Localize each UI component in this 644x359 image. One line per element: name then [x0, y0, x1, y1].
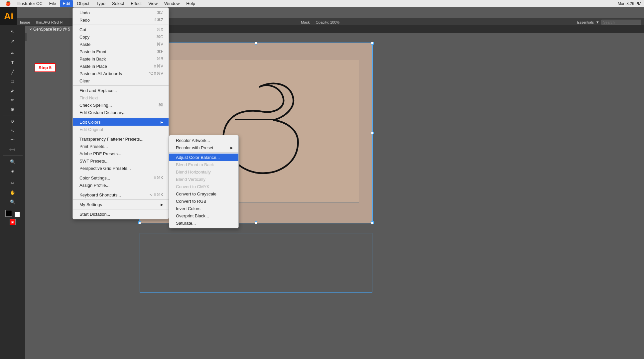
- handle-bottomright[interactable]: [371, 221, 374, 224]
- tool-zoom[interactable]: 🔍: [8, 197, 17, 206]
- tool-direct-selection[interactable]: ↗: [8, 37, 17, 45]
- fill-swatch[interactable]: [5, 210, 12, 217]
- menu-transparency-flattener[interactable]: Transparency Flattener Presets...: [73, 135, 169, 143]
- tool-warp[interactable]: 〜: [8, 136, 17, 144]
- menubar-edit[interactable]: Edit: [60, 0, 73, 7]
- submenu-adjust-color-balance[interactable]: Adjust Color Balance...: [169, 154, 238, 161]
- menubar-effect[interactable]: Effect: [128, 0, 144, 7]
- doc-image-tab[interactable]: Image: [20, 20, 30, 24]
- tool-pencil[interactable]: ✏: [8, 95, 17, 104]
- menubar-file[interactable]: File: [47, 0, 59, 7]
- menubar-select[interactable]: Select: [109, 0, 127, 7]
- menu-paste-in-front[interactable]: Paste in Front ⌘F: [73, 48, 169, 55]
- menubar-apple[interactable]: 🍎: [3, 0, 13, 7]
- handle-right[interactable]: [371, 132, 374, 134]
- tool-line[interactable]: ╱: [8, 67, 17, 76]
- menu-paste-on-artboards[interactable]: Paste on All Artboards ⌥⇧⌘V: [73, 70, 169, 77]
- menu-print-presets[interactable]: Print Presets...: [73, 143, 169, 150]
- mask-btn[interactable]: Mask: [301, 20, 310, 24]
- menu-edit-custom-dict[interactable]: Edit Custom Dictionary...: [73, 109, 169, 116]
- tool-blob-brush[interactable]: ◉: [8, 105, 17, 113]
- opacity-label: Opacity: 100%: [316, 20, 340, 24]
- tool-blend[interactable]: ◈: [8, 167, 17, 175]
- submenu-convert-to-cmyk[interactable]: Convert to CMYK: [169, 183, 238, 190]
- menu-my-settings-arrow: ▶: [161, 203, 163, 206]
- menu-keyboard-shortcuts[interactable]: Keyboard Shortcuts... ⌥⇧⌘K: [73, 191, 169, 198]
- menu-copy[interactable]: Copy ⌘C: [73, 33, 169, 41]
- submenu-convert-to-cmyk-label: Convert to CMYK: [176, 184, 209, 189]
- submenu-blend-vertically[interactable]: Blend Vertically: [169, 176, 238, 183]
- menu-clear-label: Clear: [79, 78, 90, 83]
- handle-bottomleft[interactable]: [138, 221, 141, 224]
- menu-print-presets-label: Print Presets...: [79, 144, 108, 149]
- menu-clear[interactable]: Clear: [73, 77, 169, 84]
- menubar-view[interactable]: View: [146, 0, 160, 7]
- menubar-object[interactable]: Object: [74, 0, 92, 7]
- menu-adobe-pdf-presets[interactable]: Adobe PDF Presets...: [73, 150, 169, 157]
- doc-tab[interactable]: ✕ GenSpaceTest3 @ 5: [25, 26, 74, 33]
- menu-edit-colors[interactable]: Edit Colors ▶: [73, 118, 169, 126]
- handle-topright[interactable]: [371, 42, 374, 45]
- menubar-time: Mon 3:26 PM: [618, 1, 641, 6]
- submenu-saturate[interactable]: Saturate...: [169, 219, 238, 227]
- app-logo: Ai: [0, 7, 17, 25]
- menu-assign-profile[interactable]: Assign Profile...: [73, 181, 169, 189]
- tool-selection[interactable]: ↖: [8, 27, 17, 36]
- doc-color-info: thin.JPG RGB Pi: [36, 20, 64, 24]
- submenu-recolor-with-preset[interactable]: Recolor with Preset ▶: [169, 144, 238, 151]
- menubar-illustrator[interactable]: Illustrator CC: [15, 0, 45, 7]
- tab-close-icon[interactable]: ✕: [29, 28, 32, 31]
- tool-text[interactable]: T: [8, 58, 17, 67]
- menu-sep-5: [73, 173, 169, 173]
- menu-check-spelling[interactable]: Check Spelling... ⌘I: [73, 101, 169, 109]
- menu-redo[interactable]: Redo ⇧⌘Z: [73, 16, 169, 24]
- menu-swf-presets[interactable]: SWF Presets...: [73, 157, 169, 165]
- tool-rect[interactable]: □: [8, 77, 17, 85]
- menu-paste[interactable]: Paste ⌘V: [73, 41, 169, 48]
- submenu-overprint-black[interactable]: Overprint Black...: [169, 212, 238, 219]
- menu-find-replace[interactable]: Find and Replace...: [73, 87, 169, 94]
- submenu-invert-colors[interactable]: Invert Colors: [169, 205, 238, 212]
- submenu-recolor-artwork[interactable]: Recolor Artwork...: [169, 137, 238, 144]
- menu-undo[interactable]: Undo ⌘Z: [73, 9, 169, 16]
- menubar-help[interactable]: Help: [184, 0, 198, 7]
- menu-sep-7: [73, 199, 169, 200]
- menubar-window[interactable]: Window: [162, 0, 182, 7]
- menu-start-dictation[interactable]: Start Dictation...: [73, 210, 169, 218]
- submenu-convert-to-grayscale[interactable]: Convert to Grayscale: [169, 190, 238, 197]
- menu-color-settings-shortcut: ⇧⌘K: [153, 176, 163, 180]
- tool-pen[interactable]: ✒: [8, 49, 17, 58]
- menubar-type[interactable]: Type: [93, 0, 108, 7]
- submenu-blend-vertically-label: Blend Vertically: [176, 177, 205, 182]
- menu-paste-shortcut: ⌘V: [157, 42, 163, 47]
- handle-top[interactable]: [255, 42, 257, 45]
- menu-check-spelling-label: Check Spelling...: [79, 103, 112, 108]
- menu-color-settings[interactable]: Color Settings... ⇧⌘K: [73, 174, 169, 181]
- menu-my-settings[interactable]: My Settings ▶: [73, 201, 169, 208]
- menu-paste-in-place[interactable]: Paste in Place ⇧⌘V: [73, 62, 169, 70]
- menu-paste-on-artboards-shortcut: ⌥⇧⌘V: [149, 71, 163, 76]
- tool-eyedropper[interactable]: 🔍: [8, 157, 17, 166]
- tool-hand[interactable]: ✋: [8, 188, 17, 197]
- essentials-dropdown-icon[interactable]: ▾: [596, 20, 599, 25]
- menu-keyboard-shortcuts-label: Keyboard Shortcuts...: [79, 192, 121, 197]
- submenu-blend-front-to-back[interactable]: Blend Front to Back: [169, 161, 238, 168]
- tool-paintbrush[interactable]: 🖌: [8, 86, 17, 95]
- menu-cut[interactable]: Cut ⌘X: [73, 26, 169, 33]
- menu-paste-in-back[interactable]: Paste in Back ⌘B: [73, 55, 169, 62]
- menu-find-next[interactable]: Find Next: [73, 94, 169, 101]
- tool-width[interactable]: ⟺: [8, 145, 17, 154]
- menu-edit-original[interactable]: Edit Original: [73, 126, 169, 133]
- menu-paste-on-artboards-label: Paste on All Artboards: [79, 71, 122, 76]
- submenu-blend-horizontally[interactable]: Blend Horizontally: [169, 168, 238, 176]
- tool-scissors[interactable]: ✂: [8, 179, 17, 187]
- search-input[interactable]: [601, 20, 641, 25]
- handle-bottom[interactable]: [255, 221, 257, 224]
- submenu-convert-to-rgb[interactable]: Convert to RGB: [169, 197, 238, 205]
- tool-rotate[interactable]: ↺: [8, 117, 17, 126]
- menu-check-spelling-shortcut: ⌘I: [158, 103, 163, 107]
- menu-perspective-grid[interactable]: Perspective Grid Presets...: [73, 165, 169, 172]
- tool-scale[interactable]: ⤡: [8, 126, 17, 135]
- color-btn[interactable]: ▣: [10, 219, 16, 225]
- stroke-swatch[interactable]: [15, 212, 20, 217]
